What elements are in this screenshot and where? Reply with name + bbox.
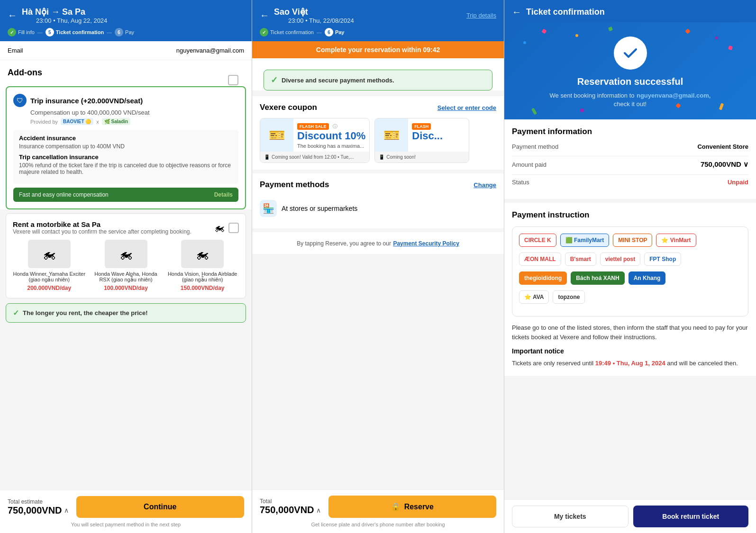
- policy-pre-text: By tapping Reserve, you agree to our: [297, 240, 391, 247]
- bike-price-2: 100.000VND/day: [90, 285, 163, 291]
- bike-image-1: 🏍: [28, 240, 71, 268]
- screen1-footer: Total estimate 750,000VND ∧ Continue You…: [0, 490, 252, 533]
- fptshop-badge: FPT Shop: [644, 253, 681, 266]
- chevron-up-icon[interactable]: ∧: [64, 506, 69, 514]
- reserve-label: Reserve: [404, 503, 434, 511]
- instruction-text: Please go to one of the listed stores, t…: [512, 323, 748, 342]
- screen-3: ← Ticket confirmation: [504, 0, 756, 533]
- screen2-step2-circle: 6: [325, 28, 333, 36]
- important-notice-title: Important notice: [512, 347, 748, 355]
- screen3-header-title: Ticket confirmation: [526, 7, 605, 17]
- bike-price-3: 150.000VND/day: [166, 285, 239, 291]
- insurance-checkbox[interactable]: [228, 75, 238, 85]
- motorbike-card: Rent a motorbike at Sa Pa Vexere will co…: [6, 213, 246, 298]
- coupon-title: Vexere coupon: [260, 103, 317, 112]
- book-return-ticket-button[interactable]: Book return ticket: [633, 506, 749, 527]
- screen2-step1-label: Ticket confirmation: [270, 29, 314, 35]
- step-dash-1: —: [37, 29, 43, 35]
- payment-info-section: Payment information Payment method Conve…: [504, 119, 756, 199]
- circlek-badge: CIRCLE K: [519, 234, 556, 247]
- screen2-body: ✓ Diverse and secure payment methods. Ve…: [252, 58, 504, 489]
- footer-note: You will select payment method in the ne…: [8, 522, 244, 527]
- notice-pre-text: Tickets are only reserved until: [512, 360, 593, 367]
- change-payment-link[interactable]: Change: [474, 181, 496, 189]
- insurance-card: 🛡 Trip insurance (+20.000VND/seat) Compe…: [6, 86, 246, 209]
- cancellation-insurance-title: Trip cancellation insurance: [19, 154, 233, 161]
- coupon-card-2[interactable]: 🎫 FLASH Disc... 📱: [374, 118, 469, 163]
- store-badges-row-4: ⭐ AVA topzone: [519, 290, 741, 304]
- screen2-chevron-up-icon[interactable]: ∧: [316, 506, 321, 514]
- success-check-icon: [614, 36, 647, 70]
- payment-security-policy-link[interactable]: Payment Security Policy: [393, 240, 459, 247]
- flash-sale-badge-1: FLASH SALE: [297, 123, 329, 130]
- bike-name-1: Honda Winner, Yamaha Exciter (giao ngẫu …: [13, 271, 86, 283]
- motorbike-checkbox[interactable]: [228, 223, 239, 233]
- bsmart-badge: B'smart: [565, 253, 596, 266]
- bike-price-1: 200.000VND/day: [13, 285, 86, 291]
- status-value: Unpaid: [728, 179, 748, 186]
- accident-insurance-title: Accident insurance: [19, 135, 233, 142]
- coupon-discount-2: Disc...: [412, 130, 465, 142]
- coupon-info-icon: ⓘ: [333, 124, 337, 129]
- motorbike-icon: 🏍: [214, 222, 225, 234]
- screen2-step2-label: Pay: [335, 29, 345, 35]
- accident-insurance-text: Insurance compensation up to 400M VND: [19, 143, 233, 150]
- payment-instruction-title: Payment instruction: [512, 210, 748, 220]
- route-title: Hà Nội → Sa Pa: [22, 7, 107, 17]
- step-confirmation-circle: 5: [46, 28, 54, 36]
- coupons-list: 🎫 FLASH SALE ⓘ Discount 10% The booking …: [260, 118, 496, 163]
- coupon-section: Vexere coupon Select or enter code 🎫 FLA…: [252, 96, 504, 170]
- insurance-details: Accident insurance Insurance compensatio…: [13, 130, 238, 184]
- notice-text: Tickets are only reserved until 19:49 • …: [512, 359, 748, 368]
- screen2-back-arrow-icon[interactable]: ←: [260, 10, 269, 21]
- price-note: ✓ The longer you rent, the cheaper the p…: [6, 303, 246, 323]
- coupon-footer-1: 📱 Coming soon! Valid from 12:00 • Tue,..…: [260, 152, 369, 163]
- screen1-header: ← Hà Nội → Sa Pa 23:00 • Thu, Aug 22, 20…: [0, 0, 252, 41]
- screen2-step1-circle: ✓: [260, 28, 268, 36]
- store-badges-row-2: ÆON MALL B'smart viettel post FPT Shop: [519, 253, 741, 266]
- viettelpost-badge: viettel post: [600, 253, 640, 266]
- step-dash-2: —: [107, 29, 112, 35]
- familymart-badge: 🟩 FamilyMart: [560, 234, 610, 247]
- screen3-back-arrow-icon[interactable]: ←: [512, 7, 521, 18]
- bike-item-1: 🏍 Honda Winner, Yamaha Exciter (giao ngẫ…: [13, 240, 86, 291]
- policy-section: By tapping Reserve, you agree to our Pay…: [252, 232, 504, 254]
- success-email: nguyenvana@gmail.com,: [637, 92, 710, 99]
- insurance-footer-text: Fast and easy online compensation: [19, 191, 109, 198]
- payment-methods-section: Payment methods Change 🏪 At stores or su…: [252, 173, 504, 228]
- celebration-section: Reservation successful We sent booking i…: [504, 22, 756, 119]
- insurance-details-link[interactable]: Details: [214, 191, 233, 198]
- bike-item-3: 🏍 Honda Vision, Honda Airblade (giao ngẫ…: [166, 240, 239, 291]
- screen3-header: ← Ticket confirmation: [504, 0, 756, 22]
- select-coupon-link[interactable]: Select or enter code: [437, 104, 496, 111]
- trip-details-link[interactable]: Trip details: [466, 12, 496, 19]
- addons-title: Add-ons: [0, 60, 252, 82]
- success-subtitle-pre: We sent booking information to: [550, 92, 635, 99]
- status-label: Status: [512, 179, 529, 186]
- screen2-total-amount: 750,000VND: [260, 505, 314, 515]
- reserve-button[interactable]: 🔒 Reserve: [328, 496, 496, 518]
- cancellation-insurance-text: 100% refund of the ticket fare if the tr…: [19, 162, 233, 175]
- coupon-card-1[interactable]: 🎫 FLASH SALE ⓘ Discount 10% The booking …: [260, 118, 370, 163]
- coupon-footer-2: 📱 Coming soon!: [375, 152, 469, 163]
- payment-instruction-section: Payment instruction CIRCLE K 🟩 FamilyMar…: [504, 203, 756, 376]
- step-pay-circle: 6: [115, 28, 123, 36]
- insurance-icon: 🛡: [13, 94, 27, 107]
- email-value: nguyenvana@gmail.com: [176, 47, 244, 54]
- step-pay-label: Pay: [125, 29, 134, 35]
- back-arrow-icon[interactable]: ←: [8, 10, 17, 21]
- payment-methods-title: Payment methods: [260, 180, 329, 190]
- timer-bar: Complete your reservation within 09:42: [252, 41, 504, 58]
- vinmart-badge: ⭐ VinMart: [656, 234, 696, 247]
- coupon-info-1: FLASH SALE ⓘ Discount 10% The booking ha…: [293, 118, 369, 152]
- notice-date: 19:49 • Thu, Aug 1, 2024: [595, 360, 665, 367]
- check-green-icon: ✓: [271, 75, 278, 85]
- bike-item-2: 🏍 Honda Wave Alpha, Honda RSX (giao ngẫu…: [90, 240, 163, 291]
- bikes-list: 🏍 Honda Winner, Yamaha Exciter (giao ngẫ…: [13, 240, 239, 291]
- insurance-footer: Fast and easy online compensation Detail…: [13, 188, 238, 202]
- my-tickets-button[interactable]: My tickets: [512, 506, 628, 527]
- notice-post-text: and will be canceled then.: [667, 360, 738, 367]
- motorbike-title: Rent a motorbike at Sa Pa: [13, 220, 191, 228]
- tgdd-badge: thegioididong: [519, 271, 567, 285]
- continue-button[interactable]: Continue: [76, 496, 244, 518]
